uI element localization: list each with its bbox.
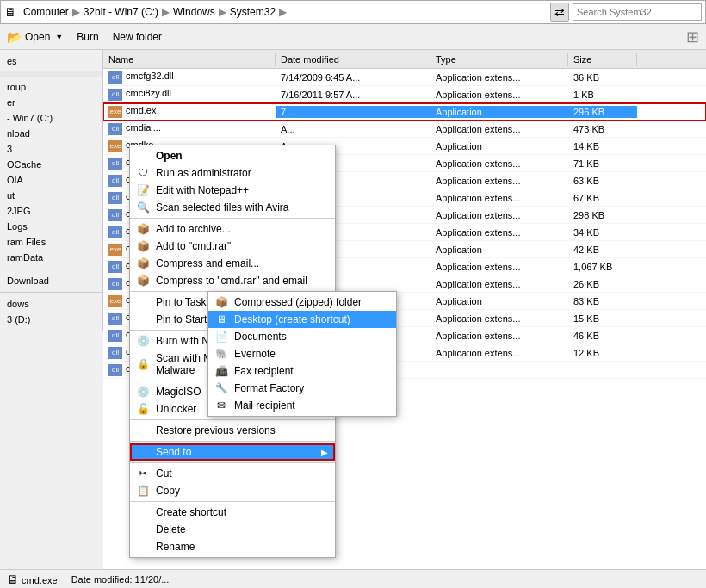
- evernote-icon: 🐘: [214, 347, 229, 361]
- ctx-copy[interactable]: 📋 Copy: [130, 482, 335, 499]
- dll-icon: dll: [108, 158, 122, 170]
- ctx-compress-rar-email[interactable]: 📦 Compress to "cmd.rar" and email: [130, 272, 335, 289]
- exe-icon: exe: [108, 295, 122, 307]
- ctx-create-shortcut[interactable]: Create shortcut: [130, 504, 335, 521]
- desktop-icon: 🖥: [214, 313, 229, 326]
- ctx-scan-avira[interactable]: 🔍 Scan selected files with Avira: [130, 199, 335, 216]
- status-detail: Date modified: 11/20/...: [71, 574, 170, 585]
- submenu-fax[interactable]: 📠 Fax recipient: [208, 362, 396, 380]
- sidebar-item-group[interactable]: roup: [0, 79, 102, 95]
- delete-icon: [135, 523, 151, 536]
- breadcrumb-computer[interactable]: Computer: [23, 6, 69, 18]
- submenu-desktop-shortcut[interactable]: 🖥 Desktop (create shortcut): [208, 311, 396, 328]
- exe-icon: exe: [108, 244, 122, 256]
- dll-icon: dll: [108, 123, 122, 135]
- pin-taskbar-icon: [135, 295, 151, 309]
- sidebar-item-windows[interactable]: dows: [0, 296, 102, 312]
- shield-icon: 🛡: [135, 166, 151, 180]
- dll-icon: dll: [108, 89, 122, 101]
- toolbar: 📂 Open ▼ Burn New folder ⊞: [0, 24, 706, 50]
- archive-icon: 📦: [135, 222, 151, 236]
- sidebar-item-download[interactable]: Download: [0, 273, 102, 288]
- ctx-cut[interactable]: ✂ Cut: [130, 465, 335, 482]
- nero-icon: 💿: [135, 334, 151, 348]
- ctx-delete[interactable]: Delete: [130, 521, 335, 538]
- sidebar-list: es roup er - Win7 (C:) nload 3 OCache OI…: [0, 50, 103, 331]
- ctx-rename[interactable]: Rename: [130, 538, 335, 555]
- col-header-date[interactable]: Date modified: [276, 53, 430, 66]
- zip-folder-icon: 📦: [214, 295, 229, 309]
- shortcut-icon: [135, 505, 151, 519]
- col-header-size[interactable]: Size: [568, 53, 637, 66]
- sidebar-item-ut[interactable]: ut: [0, 188, 102, 203]
- dll-icon: dll: [108, 261, 122, 273]
- submenu-documents[interactable]: 📄 Documents: [208, 328, 396, 345]
- table-row[interactable]: dllcmdial... A... Application extens... …: [103, 121, 706, 138]
- compress-icon: 📦: [135, 257, 151, 270]
- sidebar-item-ramdata[interactable]: ramData: [0, 250, 102, 265]
- sidebar-item-oia[interactable]: OIA: [0, 172, 102, 188]
- sidebar-item-0[interactable]: es: [0, 53, 102, 69]
- search-input[interactable]: [573, 3, 702, 21]
- sidebar-item-3[interactable]: 3: [0, 141, 102, 157]
- ctx-add-archive[interactable]: 📦 Add to archive...: [130, 220, 335, 238]
- sidebar-item-logs[interactable]: Logs: [0, 219, 102, 234]
- explorer-window: 🖥 Computer ▶ 32bit - Win7 (C:) ▶ Windows…: [0, 0, 706, 588]
- table-row[interactable]: dllcmcfg32.dll 7/14/2009 6:45 A... Appli…: [103, 69, 706, 86]
- sidebar-item-ram-files[interactable]: ram Files: [0, 234, 102, 250]
- dll-icon: dll: [108, 192, 122, 204]
- table-row[interactable]: dllcmci8zy.dll 7/16/2011 9:57 A... Appli…: [103, 86, 706, 103]
- exe-icon: exe: [108, 140, 122, 152]
- ctx-edit-notepad[interactable]: 📝 Edit with Notepad++: [130, 182, 335, 199]
- open-ctx-icon: [135, 149, 151, 163]
- sidebar: es roup er - Win7 (C:) nload 3 OCache OI…: [0, 50, 103, 586]
- dll-icon: dll: [108, 313, 122, 325]
- submenu-mail[interactable]: ✉ Mail recipient: [208, 397, 396, 414]
- ctx-compress-email[interactable]: 📦 Compress and email...: [130, 255, 335, 272]
- rar-email-icon: 📦: [135, 274, 151, 288]
- dll-icon: dll: [108, 209, 122, 221]
- open-button[interactable]: 📂 Open ▼: [7, 30, 63, 44]
- burn-button[interactable]: Burn: [77, 31, 98, 43]
- breadcrumb-drive[interactable]: 32bit - Win7 (C:): [84, 6, 158, 18]
- sidebar-item-er[interactable]: er: [0, 95, 102, 110]
- sidebar-item-win7[interactable]: - Win7 (C:): [0, 110, 102, 126]
- submenu-format-factory[interactable]: 🔧 Format Factory: [208, 380, 396, 397]
- breadcrumb-system32[interactable]: System32: [230, 6, 276, 18]
- dll-icon: dll: [108, 226, 122, 238]
- status-filename: 🖥 cmd.exe: [7, 573, 58, 586]
- unlocker-icon: 🔓: [135, 402, 151, 416]
- sidebar-item-2jpg[interactable]: 2JPG: [0, 203, 102, 219]
- submenu-evernote[interactable]: 🐘 Evernote: [208, 345, 396, 362]
- sendto-icon: [135, 445, 151, 459]
- col-header-type[interactable]: Type: [430, 53, 568, 66]
- ctx-restore-previous[interactable]: Restore previous versions: [130, 422, 335, 439]
- views-button[interactable]: ⊞: [686, 28, 699, 46]
- send-to-submenu: 📦 Compressed (zipped) folder 🖥 Desktop (…: [207, 291, 397, 417]
- sidebar-item-nload[interactable]: nload: [0, 126, 102, 141]
- cmd-exe-row[interactable]: execmd.ex_ 7 ... Application 296 KB: [103, 103, 706, 121]
- format-factory-icon: 🔧: [214, 381, 229, 395]
- col-header-name[interactable]: Name: [103, 53, 276, 66]
- file-list-header: Name Date modified Type Size: [103, 50, 706, 69]
- ctx-send-to[interactable]: Send to ▶: [130, 443, 335, 461]
- new-folder-button[interactable]: New folder: [113, 31, 162, 43]
- status-bar: 🖥 cmd.exe Date modified: 11/20/...: [0, 569, 706, 588]
- breadcrumb-windows[interactable]: Windows: [173, 6, 215, 18]
- sidebar-item-d-drive[interactable]: 3 (D:): [0, 312, 102, 327]
- submenu-compressed-folder[interactable]: 📦 Compressed (zipped) folder: [208, 294, 396, 311]
- mail-icon: ✉: [214, 399, 229, 412]
- ctx-run-admin[interactable]: 🛡 Run as administrator: [130, 164, 335, 182]
- exe-icon: exe: [108, 106, 122, 118]
- rar-icon: 📦: [135, 239, 151, 253]
- dll-icon: dll: [108, 330, 122, 342]
- magiciso-icon: 💿: [135, 385, 151, 399]
- pin-start-icon: [135, 313, 151, 326]
- refresh-button[interactable]: ⇄: [550, 3, 569, 22]
- dll-icon: dll: [108, 347, 122, 359]
- ctx-add-rar[interactable]: 📦 Add to "cmd.rar": [130, 238, 335, 255]
- sidebar-item-ocache[interactable]: OCache: [0, 157, 102, 172]
- ctx-open[interactable]: Open: [130, 147, 335, 164]
- rename-icon: [135, 540, 151, 554]
- dll-icon: dll: [108, 364, 122, 376]
